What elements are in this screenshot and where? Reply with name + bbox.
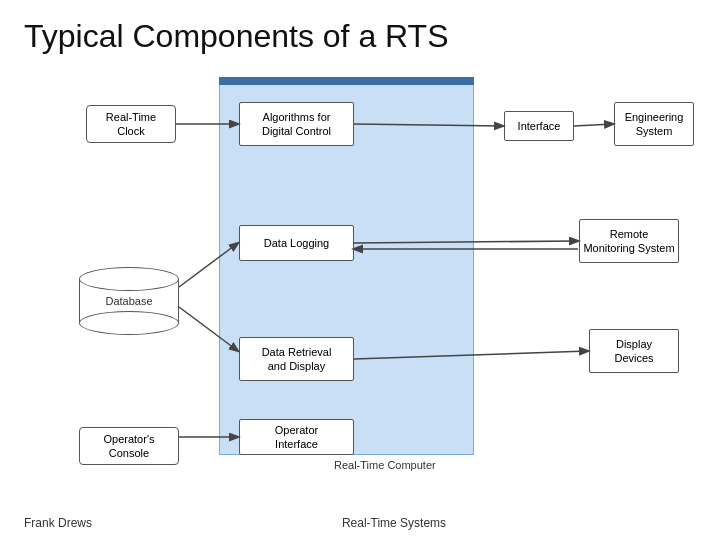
dataretrieval-label: Data Retrievaland Display xyxy=(262,345,332,374)
box-displaydev: DisplayDevices xyxy=(589,329,679,373)
algorithms-label: Algorithms forDigital Control xyxy=(262,110,331,139)
footer-center: Real-Time Systems xyxy=(342,516,446,530)
footer-left: Frank Drews xyxy=(24,516,92,530)
box-opconsole: Operator'sConsole xyxy=(79,427,179,465)
opconsole-label: Operator'sConsole xyxy=(103,432,154,461)
box-opinterface: OperatorInterface xyxy=(239,419,354,455)
rtclock-label: Real-TimeClock xyxy=(106,110,156,139)
engsystem-label: EngineeringSystem xyxy=(625,110,684,139)
page: Typical Components of a RTS Real-Time Co… xyxy=(0,0,720,540)
opinterface-label: OperatorInterface xyxy=(275,423,318,452)
page-title: Typical Components of a RTS xyxy=(24,18,696,55)
cylinder-database: Database xyxy=(79,267,179,327)
diagram-area: Real-Time Computer Real-TimeClock Databa… xyxy=(24,67,696,487)
box-algorithms: Algorithms forDigital Control xyxy=(239,102,354,146)
displaydev-label: DisplayDevices xyxy=(614,337,653,366)
box-datalogging: Data Logging xyxy=(239,225,354,261)
top-bar-accent xyxy=(219,77,474,85)
box-dataretrieval: Data Retrievaland Display xyxy=(239,337,354,381)
database-label: Database xyxy=(79,295,179,307)
box-remotemon: RemoteMonitoring System xyxy=(579,219,679,263)
datalogging-label: Data Logging xyxy=(264,236,329,250)
box-engsystem: EngineeringSystem xyxy=(614,102,694,146)
remotemon-label: RemoteMonitoring System xyxy=(583,227,674,256)
box-rtclock: Real-TimeClock xyxy=(86,105,176,143)
footer: Frank Drews Real-Time Systems xyxy=(24,516,696,530)
svg-line-2 xyxy=(574,124,613,126)
interface-label: Interface xyxy=(518,119,561,133)
rtc-label: Real-Time Computer xyxy=(334,459,436,471)
box-interface: Interface xyxy=(504,111,574,141)
